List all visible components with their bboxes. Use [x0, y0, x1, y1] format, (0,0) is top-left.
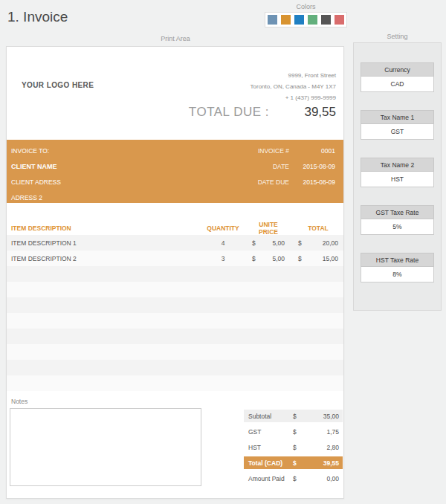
- setting-panel-label: Setting: [353, 33, 442, 40]
- totals-label: Subtotal: [248, 413, 293, 420]
- meta-row-date-due: DATE DUE2015-08-09: [222, 175, 343, 190]
- colors-label: Colors: [265, 3, 347, 10]
- company-address: 9999, Front StreetToronto, ON, Canada - …: [251, 70, 336, 103]
- total-due-value: 39,55: [304, 105, 336, 120]
- totals-label: Amount Paid: [248, 475, 293, 482]
- totals-label: Total (CAD): [248, 459, 293, 467]
- header-quantity: QUANTITY: [201, 224, 245, 232]
- empty-item-row[interactable]: [7, 313, 343, 329]
- print-area-label: Print Area: [6, 35, 345, 42]
- totals-row-subtotal: Subtotal$35,00: [244, 410, 343, 422]
- settings-panel: CurrencyCADTax Name 1GSTTax Name 2HSTGST…: [353, 42, 442, 311]
- empty-item-row[interactable]: [7, 297, 343, 313]
- dark-gray-swatch[interactable]: [321, 15, 331, 25]
- item-total: $15,00: [298, 255, 338, 262]
- invoice-meta-block: INVOICE #0001DATE2015-08-09DATE DUE2015-…: [222, 143, 343, 190]
- totals-value: 1,75: [303, 428, 339, 436]
- item-row: ITEM DESCRIPTION 14$5,00$20,00: [7, 235, 343, 251]
- totals-label: GST: [248, 428, 293, 436]
- setting-field-header: GST Taxe Rate: [361, 205, 434, 219]
- meta-label: DATE DUE: [222, 175, 289, 190]
- setting-field-value[interactable]: 5%: [361, 219, 434, 235]
- item-description[interactable]: ITEM DESCRIPTION 1: [11, 239, 201, 247]
- setting-field-value[interactable]: 8%: [361, 267, 434, 282]
- setting-field-header: Currency: [361, 62, 434, 77]
- totals-table: Subtotal$35,00GST$1,75HST$2,80Total (CAD…: [244, 410, 343, 488]
- company-address-line: 9999, Front Street: [251, 70, 336, 81]
- meta-value[interactable]: 2015-08-09: [289, 175, 335, 190]
- empty-item-row[interactable]: [7, 266, 343, 282]
- unit-price-value: 5,00: [272, 255, 285, 262]
- header-total: TOTAL: [298, 224, 338, 232]
- client-address-2[interactable]: ADRESS 2: [11, 190, 61, 206]
- colors-widget: Colors: [265, 3, 347, 28]
- empty-item-row[interactable]: [7, 375, 343, 391]
- invoice-to-label: INVOICE TO:: [11, 143, 61, 159]
- totals-value: 35,00: [303, 413, 339, 420]
- totals-row-total-cad: Total (CAD)$39,55: [244, 456, 343, 469]
- setting-field-header: Tax Name 1: [361, 110, 434, 124]
- currency-symbol: $: [293, 428, 303, 436]
- empty-item-row[interactable]: [7, 282, 343, 297]
- page-title: 1. Invoice: [7, 9, 68, 25]
- color-swatches: [265, 12, 347, 28]
- currency-symbol: $: [293, 475, 303, 482]
- totals-row-amount-paid: Amount Paid$0,00: [244, 472, 343, 485]
- currency-symbol: $: [252, 239, 256, 247]
- totals-value: 39,55: [303, 459, 339, 467]
- items-table: ITEM DESCRIPTION QUANTITY UNITE PRICE TO…: [7, 221, 343, 391]
- setting-field-tax-name-1: Tax Name 1GST: [361, 110, 434, 140]
- client-address-1[interactable]: CLIENT ADRESS: [11, 175, 61, 190]
- totals-row-hst: HST$2,80: [244, 441, 343, 453]
- empty-item-row[interactable]: [7, 329, 343, 344]
- totals-value: 2,80: [303, 444, 339, 451]
- currency-symbol: $: [293, 459, 303, 467]
- item-row: ITEM DESCRIPTION 23$5,00$15,00: [7, 251, 343, 266]
- meta-label: INVOICE #: [222, 143, 289, 159]
- bill-to-block: INVOICE TO: CLIENT NAME CLIENT ADRESS AD…: [11, 143, 61, 206]
- blue-swatch[interactable]: [294, 15, 304, 25]
- meta-row-invoice: INVOICE #0001: [222, 143, 343, 159]
- setting-field-value[interactable]: CAD: [361, 77, 434, 92]
- meta-value[interactable]: 0001: [289, 143, 335, 159]
- currency-symbol: $: [293, 444, 303, 451]
- unit-price-value: 5,00: [272, 239, 285, 247]
- item-total: $20,00: [298, 239, 338, 247]
- empty-item-row[interactable]: [7, 344, 343, 360]
- red-swatch[interactable]: [334, 15, 344, 25]
- setting-field-currency: CurrencyCAD: [361, 62, 434, 92]
- setting-field-value[interactable]: GST: [361, 124, 434, 140]
- meta-label: DATE: [222, 159, 289, 175]
- item-quantity[interactable]: 3: [201, 255, 245, 262]
- currency-symbol: $: [298, 239, 302, 247]
- invoice-template-editor: { "page": { "title": "1. Invoice" }, "co…: [0, 0, 446, 504]
- totals-row-gst: GST$1,75: [244, 425, 343, 438]
- company-address-line: + 1 (437) 999-9999: [251, 92, 336, 103]
- header-unit-price: UNITE PRICE: [252, 221, 285, 236]
- notes-input[interactable]: [10, 408, 201, 486]
- item-unit-price[interactable]: $5,00: [252, 255, 285, 262]
- items-table-body: ITEM DESCRIPTION 14$5,00$20,00ITEM DESCR…: [7, 235, 343, 391]
- notes-label: Notes: [11, 398, 28, 405]
- steel-blue-swatch[interactable]: [268, 15, 277, 25]
- client-info-band: INVOICE TO: CLIENT NAME CLIENT ADRESS AD…: [7, 140, 343, 203]
- logo-placeholder[interactable]: YOUR LOGO HERE: [22, 81, 94, 89]
- currency-symbol: $: [298, 255, 302, 262]
- setting-field-value[interactable]: HST: [361, 172, 434, 187]
- empty-item-row[interactable]: [7, 360, 343, 375]
- item-unit-price[interactable]: $5,00: [252, 239, 285, 247]
- ochre-swatch[interactable]: [281, 15, 291, 25]
- item-quantity[interactable]: 4: [201, 239, 245, 247]
- header-item-description: ITEM DESCRIPTION: [11, 224, 201, 232]
- company-address-line: Toronto, ON, Canada - M4Y 1X7: [251, 81, 336, 92]
- items-table-header: ITEM DESCRIPTION QUANTITY UNITE PRICE TO…: [7, 221, 343, 235]
- setting-field-header: Tax Name 2: [361, 158, 434, 172]
- setting-field-hst-taxe-rate: HST Taxe Rate8%: [361, 253, 434, 282]
- green-swatch[interactable]: [308, 15, 317, 25]
- currency-symbol: $: [252, 255, 256, 262]
- meta-row-date: DATE2015-08-09: [222, 159, 343, 175]
- client-name[interactable]: CLIENT NAME: [11, 159, 61, 175]
- total-value: 15,00: [323, 255, 338, 262]
- meta-value[interactable]: 2015-08-09: [289, 159, 335, 175]
- item-description[interactable]: ITEM DESCRIPTION 2: [11, 255, 201, 262]
